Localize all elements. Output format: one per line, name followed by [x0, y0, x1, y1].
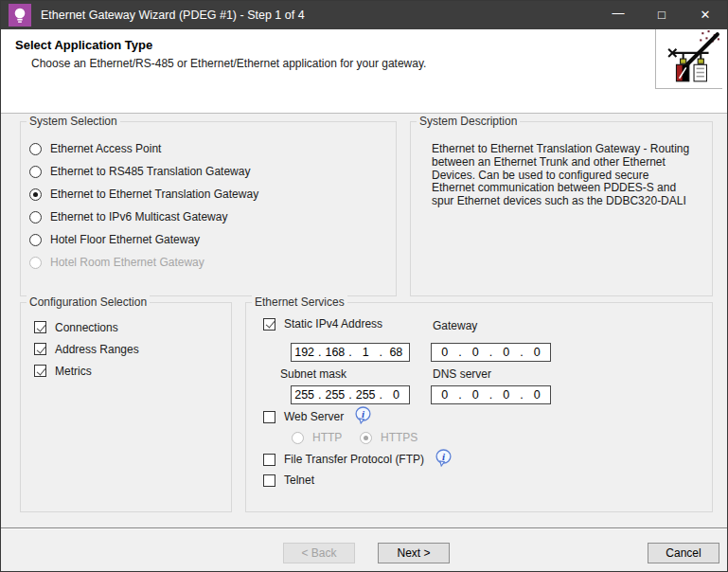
system-selection-group: System Selection Ethernet Access Point E…	[20, 121, 397, 296]
wizard-dialog: Ethernet Gateway Wizard (PDEG #1) - Step…	[0, 0, 728, 572]
radio-https: HTTPS	[360, 430, 417, 445]
static-ipv4-address-field[interactable]: 192.168.1.68	[291, 343, 410, 362]
configuration-selection-group-label: Configuration Selection	[27, 295, 150, 309]
checkbox-web-server[interactable]: Web Server i	[263, 409, 371, 424]
checkbox-metrics[interactable]: Metrics	[34, 360, 231, 382]
subnet-mask-label: Subnet mask	[280, 367, 346, 381]
gateway-field[interactable]: 0.0.0.0	[431, 343, 551, 362]
radio-icon-disabled	[292, 432, 304, 444]
ethernet-services-group: Ethernet Services Static IPv4 Address Ga…	[245, 302, 713, 512]
radio-label: Hotel Room Ethernet Gateway	[50, 256, 204, 269]
ip-octet: 255	[353, 388, 379, 402]
radio-http: HTTP	[292, 430, 342, 445]
window-controls: — □ ✕	[596, 1, 727, 29]
info-icon[interactable]: i	[355, 406, 371, 427]
ip-octet: 0	[524, 388, 551, 402]
radio-label: HTTP	[312, 431, 342, 444]
checkbox-icon	[263, 474, 275, 487]
radio-icon-disabled	[29, 257, 42, 269]
ip-octet: 68	[383, 346, 409, 359]
ip-octet: 0	[432, 388, 458, 402]
info-icon[interactable]: i	[435, 449, 452, 470]
checkbox-ftp[interactable]: File Transfer Protocol (FTP) i	[263, 452, 452, 467]
checkbox-address-ranges[interactable]: Address Ranges	[34, 338, 231, 360]
ip-octet: 255	[322, 388, 347, 402]
ip-octet: 1	[353, 346, 379, 359]
cancel-button[interactable]: Cancel	[648, 543, 719, 563]
radio-icon	[29, 211, 42, 223]
checkbox-connections[interactable]: Connections	[34, 316, 231, 338]
checkbox-icon-checked	[34, 365, 46, 377]
gateway-label: Gateway	[433, 319, 477, 332]
footer-divider	[1, 527, 727, 529]
radio-icon-selected	[29, 188, 42, 201]
checkbox-label: File Transfer Protocol (FTP)	[284, 453, 424, 466]
ip-octet: 0	[383, 388, 409, 402]
checkbox-icon-checked	[34, 343, 46, 355]
radio-label: HTTPS	[381, 431, 417, 444]
next-button[interactable]: Next >	[378, 543, 450, 563]
ip-octet: 0	[524, 346, 551, 359]
radio-ethernet-to-rs485-translation-gateway[interactable]: Ethernet to RS485 Translation Gateway	[29, 160, 396, 183]
radio-icon	[29, 234, 42, 246]
close-button[interactable]: ✕	[684, 1, 727, 29]
back-button[interactable]: < Back	[283, 543, 355, 563]
ip-octet: 192	[292, 346, 317, 359]
checkbox-label: Web Server	[284, 410, 344, 423]
ip-octet: 0	[463, 388, 489, 402]
ip-octet: 0	[493, 388, 520, 402]
radio-label: Ethernet to Ethernet Translation Gateway	[50, 188, 258, 201]
dns-server-label: DNS server	[433, 367, 491, 381]
radio-ethernet-to-ethernet-translation-gateway[interactable]: Ethernet to Ethernet Translation Gateway	[29, 183, 396, 206]
radio-label: Ethernet Access Point	[50, 142, 161, 155]
checkbox-icon	[263, 454, 275, 466]
system-description-group-label: System Description	[417, 115, 520, 128]
radio-label: Ethernet to RS485 Translation Gateway	[50, 165, 250, 178]
checkbox-label: Static IPv4 Address	[284, 317, 382, 331]
window-title: Ethernet Gateway Wizard (PDEG #1) - Step…	[41, 9, 305, 22]
radio-icon	[29, 166, 42, 178]
radio-icon	[29, 143, 42, 155]
subnet-mask-field[interactable]: 255.255.255.0	[291, 385, 410, 404]
ip-octet: 255	[292, 388, 317, 402]
lightbulb-icon	[9, 4, 31, 27]
ip-octet: 0	[493, 346, 520, 359]
radio-label: Ethernet to IPv6 Multicast Gateway	[50, 210, 227, 223]
ethernet-services-group-label: Ethernet Services	[252, 295, 347, 309]
maximize-button[interactable]: □	[640, 1, 684, 29]
checkbox-label: Metrics	[55, 365, 92, 378]
radio-ethernet-access-point[interactable]: Ethernet Access Point	[29, 137, 396, 160]
title-bar: Ethernet Gateway Wizard (PDEG #1) - Step…	[1, 1, 727, 29]
checkbox-label: Address Ranges	[55, 343, 139, 356]
wizard-header: Select Application Type Choose an Ethern…	[1, 29, 727, 114]
ip-octet: 0	[432, 346, 458, 359]
radio-hotel-floor-ethernet-gateway[interactable]: Hotel Floor Ethernet Gateway	[29, 228, 396, 251]
configuration-selection-options: Connections Address Ranges Metrics	[21, 303, 231, 382]
checkbox-icon-checked	[263, 318, 275, 331]
radio-label: Hotel Floor Ethernet Gateway	[50, 233, 200, 246]
radio-ethernet-to-ipv6-multicast-gateway[interactable]: Ethernet to IPv6 Multicast Gateway	[29, 206, 396, 228]
configuration-selection-group: Configuration Selection Connections Addr…	[20, 302, 232, 512]
radio-hotel-room-ethernet-gateway: Hotel Room Ethernet Gateway	[29, 251, 396, 274]
dns-server-field[interactable]: 0.0.0.0	[431, 385, 551, 404]
magic-wand-devices-icon	[655, 29, 722, 89]
checkbox-label: Telnet	[284, 474, 314, 487]
page-subtitle: Choose an Ethernet/RS-485 or Ethernet/Et…	[31, 57, 426, 70]
system-selection-options: Ethernet Access Point Ethernet to RS485 …	[21, 122, 396, 274]
system-selection-group-label: System Selection	[27, 115, 120, 128]
ip-octet: 168	[322, 346, 347, 359]
system-description-group: System Description Ethernet to Ethernet …	[410, 121, 713, 296]
minimize-button[interactable]: —	[596, 1, 640, 29]
checkbox-label: Connections	[55, 321, 118, 334]
checkbox-telnet[interactable]: Telnet	[263, 473, 314, 488]
page-title: Select Application Type	[15, 38, 152, 52]
radio-icon-disabled-selected	[360, 432, 372, 444]
checkbox-icon-checked	[34, 321, 46, 333]
checkbox-static-ipv4-address[interactable]: Static IPv4 Address	[263, 316, 382, 331]
ip-octet: 0	[463, 346, 489, 359]
checkbox-icon	[263, 411, 275, 423]
system-description-text: Ethernet to Ethernet Translation Gateway…	[411, 122, 712, 208]
